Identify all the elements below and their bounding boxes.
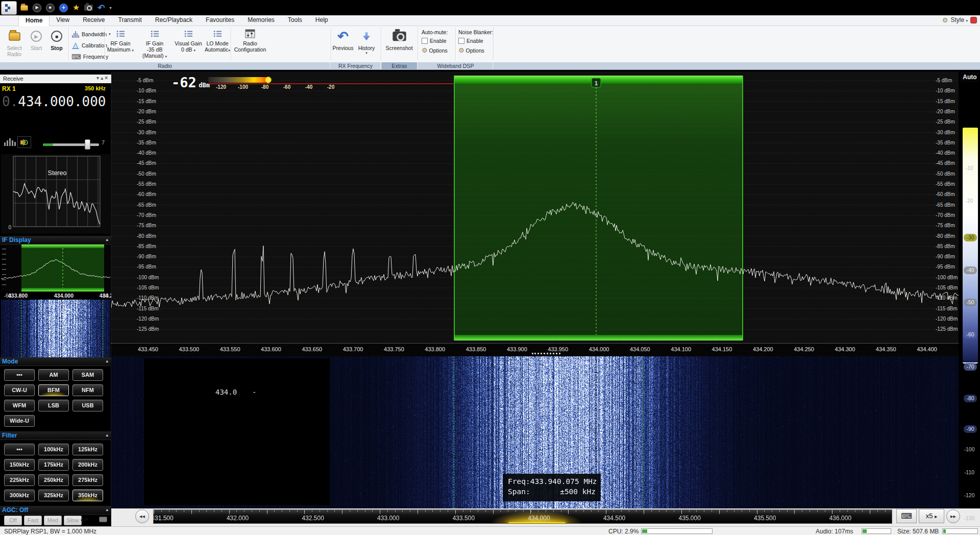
mode-button-wfm[interactable]: WFM: [4, 400, 35, 411]
tab-help[interactable]: Help: [309, 15, 335, 26]
palette-pill-label[interactable]: -50: [964, 299, 977, 306]
scroll-left-button[interactable]: ◀◀: [135, 509, 149, 523]
zoom-button[interactable]: x5 ▸: [919, 509, 944, 523]
palette-pill-label[interactable]: -60: [964, 331, 977, 338]
help-icon[interactable]: [970, 17, 977, 23]
mode-button-bfm[interactable]: BFM: [38, 384, 69, 396]
add-icon[interactable]: +: [59, 4, 68, 12]
filter-button-•••[interactable]: •••: [4, 444, 35, 455]
stop-icon[interactable]: ■: [46, 4, 55, 12]
auto-mute-options-button[interactable]: ⚙ Options: [422, 47, 448, 54]
stop-button[interactable]: ■ Stop: [47, 28, 66, 60]
frequency-display[interactable]: 0.434.000.000: [2, 94, 106, 109]
play-icon[interactable]: ▶: [33, 4, 41, 12]
palette-auto-button[interactable]: Auto: [961, 72, 979, 82]
collapse-icon[interactable]: ▴: [106, 358, 108, 363]
favourite-icon[interactable]: ★: [72, 4, 80, 12]
previous-button[interactable]: ↶ Previous: [332, 28, 354, 60]
start-button[interactable]: ▶ Start: [27, 28, 46, 60]
palette-gradient[interactable]: [963, 128, 978, 363]
mode-button-sam[interactable]: SAM: [72, 369, 103, 381]
if-display-header[interactable]: IF Display▴: [0, 236, 111, 245]
app-menu-button[interactable]: [1, 1, 17, 15]
tab-receive[interactable]: Receive: [76, 15, 111, 26]
palette-pill-label[interactable]: -70: [964, 363, 977, 371]
filter-button-175khz[interactable]: 175kHz: [38, 459, 69, 471]
filter-button-250khz[interactable]: 250kHz: [38, 474, 69, 486]
palette-pill-label[interactable]: -80: [964, 395, 977, 402]
qat-dropdown-caret-icon[interactable]: ▾: [110, 6, 112, 10]
tab-view[interactable]: View: [50, 15, 76, 26]
tab-rec-playback[interactable]: Rec/Playback: [149, 15, 199, 26]
agc-button-fast[interactable]: Fast: [24, 516, 42, 525]
agc-undo-icon[interactable]: ↩: [81, 515, 88, 525]
rf-gain-button[interactable]: RF Gain Maximum ▾: [106, 28, 135, 53]
filter-button-150khz[interactable]: 150kHz: [4, 459, 35, 471]
tuned-frequency-marker[interactable]: [508, 522, 566, 524]
palette-pill-label[interactable]: -30: [964, 234, 977, 241]
mode-button-cw-u[interactable]: CW-U: [4, 384, 35, 396]
filter-button-275khz[interactable]: 275kHz: [72, 474, 103, 486]
filter-button-350khz[interactable]: 350kHz: [72, 490, 103, 501]
tab-home[interactable]: Home: [18, 15, 50, 26]
volume-slider-thumb[interactable]: [85, 139, 90, 150]
panel-pin-icon[interactable]: ▴: [101, 75, 105, 81]
noise-blanker-options-button[interactable]: ⚙ Options: [458, 47, 484, 54]
filter-button-100khz[interactable]: 100kHz: [38, 444, 69, 455]
equalizer-icon[interactable]: [4, 138, 16, 146]
palette-pill-label[interactable]: -90: [964, 425, 977, 433]
scroll-right-button[interactable]: ▶▶: [946, 509, 960, 523]
mode-button-am[interactable]: AM: [38, 369, 69, 381]
history-button[interactable]: History ▾: [355, 28, 378, 60]
filter-button-325khz[interactable]: 325kHz: [38, 490, 69, 501]
panel-dropdown-icon[interactable]: ▾: [96, 75, 101, 81]
visual-gain-button[interactable]: Visual Gain 0 dB ▾: [175, 28, 202, 53]
mute-button[interactable]: [17, 136, 31, 148]
splitter-handle[interactable]: [532, 353, 560, 354]
screenshot-button[interactable]: Screenshot: [383, 28, 415, 60]
collapse-icon[interactable]: ▴: [106, 237, 108, 242]
calibration-button[interactable]: Calibration: [71, 40, 107, 51]
style-button[interactable]: Style ▾: [950, 16, 968, 23]
filter-button-200khz[interactable]: 200kHz: [72, 459, 103, 471]
agc-button-slow[interactable]: Slow: [64, 516, 82, 525]
tab-tools[interactable]: Tools: [281, 15, 309, 26]
mode-button-•••[interactable]: •••: [4, 369, 35, 381]
mode-button-nfm[interactable]: NFM: [72, 384, 103, 396]
open-icon[interactable]: [20, 5, 28, 11]
screenshot-icon[interactable]: [84, 5, 93, 11]
tab-memories[interactable]: Memories: [241, 15, 281, 26]
undo-icon[interactable]: ↶: [97, 4, 105, 12]
agc-button-off[interactable]: Off: [4, 516, 22, 525]
filter-button-300khz[interactable]: 300kHz: [4, 490, 35, 501]
noise-blanker-enable-checkbox[interactable]: Enable: [458, 38, 483, 44]
if-gain-button[interactable]: IF Gain -35 dB (Manual) ▾: [136, 28, 174, 59]
agc-header[interactable]: AGC: Off▴: [0, 506, 111, 515]
navigator-scale[interactable]: 431.500432.000432.500433.000433.500434.0…: [153, 509, 892, 524]
spectrum-marker[interactable]: 1: [595, 80, 598, 86]
keyboard-entry-button[interactable]: ⌨: [896, 509, 917, 523]
palette-pill-label[interactable]: -40: [964, 266, 977, 274]
panel-close-icon[interactable]: ×: [105, 75, 109, 81]
frequency-button[interactable]: ⌨ Frequency: [71, 52, 108, 62]
mode-button-usb[interactable]: USB: [72, 400, 103, 411]
collapse-icon[interactable]: ▴: [106, 507, 108, 512]
select-radio-button[interactable]: Select Radio: [3, 28, 26, 60]
if-waterfall-display[interactable]: [1, 300, 110, 357]
mode-button-lsb[interactable]: LSB: [38, 400, 69, 411]
tab-favourites[interactable]: Favourites: [199, 15, 241, 26]
filter-button-125khz[interactable]: 125kHz: [72, 444, 103, 455]
agc-button-med[interactable]: Med: [44, 516, 62, 525]
collapse-icon[interactable]: ▴: [106, 432, 108, 437]
style-gear-icon[interactable]: ⚙: [942, 17, 948, 23]
agc-tag-icon[interactable]: [99, 517, 107, 522]
radio-configuration-button[interactable]: Radio Configuration: [233, 28, 267, 53]
filter-header[interactable]: Filter▴: [0, 431, 111, 440]
rf-spectrum-display[interactable]: 1: [111, 71, 959, 356]
lo-mode-button[interactable]: LO Mode Automatic▾: [203, 28, 232, 53]
audio-spectrum-display[interactable]: [1, 154, 110, 234]
if-spectrum-display[interactable]: [1, 245, 110, 291]
mode-button-wide-u[interactable]: Wide-U: [4, 415, 35, 427]
mode-header[interactable]: Mode▴: [0, 357, 111, 366]
filter-button-225khz[interactable]: 225kHz: [4, 474, 35, 486]
